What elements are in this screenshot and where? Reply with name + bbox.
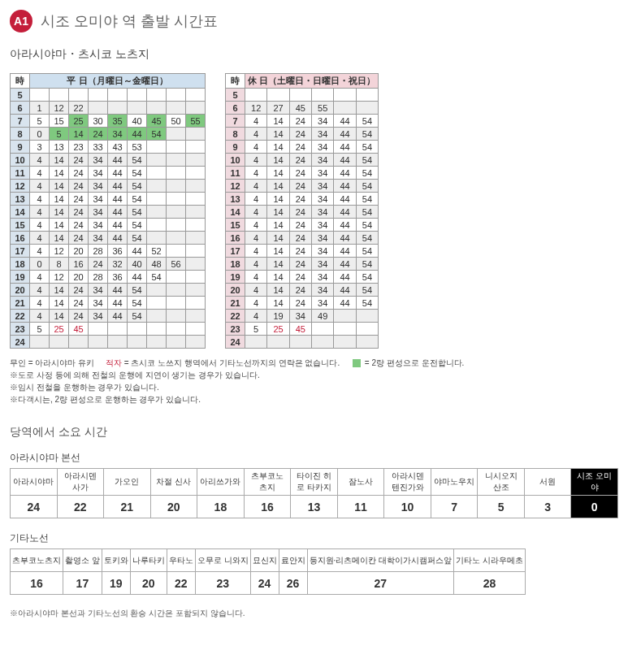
minute-cell-empty (245, 336, 267, 349)
minute-cell: 24 (89, 258, 108, 271)
minute-cell: 4 (245, 115, 267, 128)
minute-cell: 0 (30, 128, 50, 141)
minute-cell: 53 (128, 141, 147, 154)
minute-cell: 1 (30, 102, 50, 115)
minute-cell: 4 (245, 258, 267, 271)
minute-cell: 34 (312, 245, 334, 258)
minute-cell-empty (167, 297, 186, 310)
minute-cell-empty (245, 89, 267, 102)
minute-cell-empty (128, 336, 147, 349)
station-name: 아리쓰가와 (197, 469, 245, 496)
minute-cell-empty (167, 128, 186, 141)
minute-cell-empty (312, 336, 334, 349)
minute-cell: 22 (69, 102, 89, 115)
station-name: 등지원·리츠메이칸 대학이가시캠퍼스앞 (307, 549, 454, 572)
station-name: 타이진 히로 타카지 (291, 469, 338, 496)
minute-cell: 44 (334, 271, 356, 284)
minute-cell: 4 (245, 219, 267, 232)
minute-cell: 54 (356, 258, 378, 271)
station-minutes: 27 (307, 572, 454, 595)
minute-cell: 24 (69, 232, 89, 245)
minute-cell-empty (50, 336, 69, 349)
minute-cell: 24 (289, 141, 311, 154)
minute-cell: 14 (267, 245, 289, 258)
hour-cell: 24 (11, 336, 30, 349)
minute-cell-empty (167, 206, 186, 219)
minute-cell-empty (147, 180, 167, 193)
minute-cell: 54 (128, 193, 147, 206)
minute-cell: 54 (147, 271, 167, 284)
station-name: 아라시덴 사가 (57, 469, 104, 496)
minute-cell-empty (167, 141, 186, 154)
minute-cell: 44 (108, 180, 128, 193)
minute-cell: 24 (289, 284, 311, 297)
minute-cell-empty (147, 167, 167, 180)
minute-cell-empty (89, 323, 108, 336)
minute-cell-empty (89, 89, 108, 102)
minute-cell: 12 (245, 102, 267, 115)
minute-cell: 34 (312, 180, 334, 193)
minute-cell: 44 (128, 271, 147, 284)
minute-cell-empty (167, 89, 186, 102)
minute-cell: 34 (312, 258, 334, 271)
minute-cell: 14 (267, 193, 289, 206)
minute-cell: 19 (267, 310, 289, 323)
legend-red-label: 적자 (106, 358, 122, 367)
minute-cell: 40 (128, 115, 147, 128)
station-name: 료안지 (279, 549, 307, 572)
minute-cell-empty (186, 180, 206, 193)
hour-cell: 5 (226, 89, 245, 102)
minute-cell: 54 (128, 219, 147, 232)
minute-cell: 34 (312, 167, 334, 180)
minute-cell: 14 (267, 284, 289, 297)
minute-cell-empty (186, 128, 206, 141)
minute-cell: 34 (89, 206, 108, 219)
minute-cell-empty (167, 310, 186, 323)
minute-cell: 33 (89, 141, 108, 154)
minute-cell: 34 (89, 154, 108, 167)
minute-cell: 5 (30, 323, 50, 336)
weekday-timetable: 時平 日（月曜日～金曜日）561122275152530354045505580… (10, 73, 206, 349)
main-line-duration-table: 아라시야마아라시덴 사가가오인차절 신사아리쓰가와츠부코노 츠지타이진 히로 타… (10, 468, 618, 518)
minute-cell: 35 (108, 115, 128, 128)
legend-muin: 무인 = 아라시야마 유키 (10, 358, 94, 367)
minute-cell-empty (108, 323, 128, 336)
minute-cell: 44 (108, 219, 128, 232)
minute-cell-empty (147, 89, 167, 102)
minute-cell: 44 (334, 180, 356, 193)
station-name: 오무로 니와지 (195, 549, 250, 572)
minute-cell: 34 (312, 115, 334, 128)
minute-cell-empty (356, 102, 378, 115)
hour-cell: 14 (11, 206, 30, 219)
hour-cell: 9 (11, 141, 30, 154)
minute-cell: 4 (30, 219, 50, 232)
minute-cell: 44 (334, 245, 356, 258)
minute-cell-empty (147, 206, 167, 219)
minute-cell: 24 (69, 284, 89, 297)
minute-cell: 14 (267, 219, 289, 232)
minute-cell-empty (167, 284, 186, 297)
minute-cell: 5 (30, 115, 50, 128)
minute-cell-empty (186, 258, 206, 271)
minute-cell: 45 (289, 323, 311, 336)
minute-cell-empty (186, 323, 206, 336)
minute-cell: 54 (356, 284, 378, 297)
minute-cell: 4 (245, 193, 267, 206)
station-name: 시조 오미야 (571, 469, 618, 496)
minute-cell: 32 (108, 258, 128, 271)
minute-cell-empty (334, 336, 356, 349)
station-name: 우타노 (167, 549, 195, 572)
minute-cell-empty (334, 102, 356, 115)
minute-cell: 0 (30, 258, 50, 271)
minute-cell: 48 (147, 258, 167, 271)
minute-cell-empty (108, 102, 128, 115)
destination-subtitle: 아라시야마・츠시코 노츠지 (10, 47, 618, 62)
minute-cell: 54 (356, 219, 378, 232)
minute-cell: 4 (245, 232, 267, 245)
station-minutes: 23 (195, 572, 250, 595)
station-name: 촬영소 앞 (63, 549, 102, 572)
minute-cell-empty (147, 102, 167, 115)
minute-cell: 4 (30, 193, 50, 206)
minute-cell: 24 (69, 167, 89, 180)
station-minutes: 24 (250, 572, 279, 595)
